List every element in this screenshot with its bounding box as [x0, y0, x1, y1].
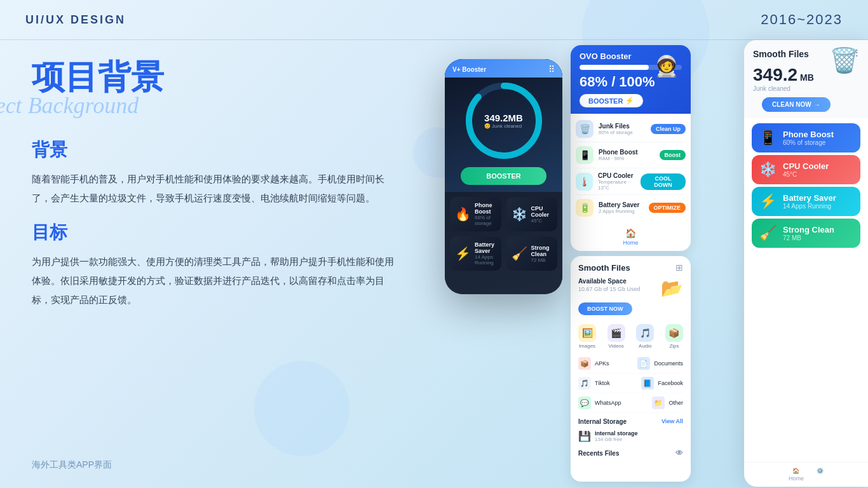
smooth-header: Smooth Files ⊞	[578, 262, 683, 273]
file-type-audio: 🎵 Audio	[636, 324, 654, 349]
astronaut-decoration: 🧑‍🚀	[654, 54, 679, 78]
title-chinese: 项目背景	[32, 59, 164, 95]
fr-item-sub-phoneboost: 60% of storage	[783, 139, 834, 146]
fr-item-strongclean: 🧹 Strong Clean 72 MB	[752, 219, 860, 248]
fr-item-cpucooler: ❄️ CPU Cooler 45°C	[752, 155, 860, 184]
booster-label: BOOSTER	[588, 97, 623, 105]
fr-home-label: Home	[789, 475, 804, 482]
optimize-button[interactable]: OPTIMIZE	[649, 203, 686, 213]
ovo-item-sub-phone: RAM · 96%	[599, 156, 638, 161]
far-right-card: Smooth Files ⠿ 349.2 MB 🗑️ Junk cleaned …	[744, 40, 868, 487]
clean-now-label: CLEAN NOW	[772, 101, 811, 108]
storage-sub: 134 GB free	[595, 437, 638, 442]
fr-header-area: Smooth Files ⠿ 349.2 MB 🗑️ Junk cleaned …	[744, 40, 868, 118]
donut-inner: 349.2MB 😊 Junk cleaned	[484, 112, 523, 129]
trash-decoration: 🗑️	[829, 46, 859, 74]
fr-junk-label: Junk cleaned	[753, 85, 859, 92]
left-panel: 项目背景 Project Background 背景 随着智能手机的普及，用户对…	[0, 40, 445, 487]
folder-decoration: 📂	[661, 278, 683, 299]
fr-nav-settings[interactable]: ⚙️	[817, 468, 824, 482]
ovo-item-name-phone: Phone Boost	[599, 149, 638, 156]
arrow-icon: →	[814, 101, 820, 108]
fr-item-icon-battery: ⚡	[759, 193, 776, 210]
smooth-available-label: Available Space	[578, 278, 641, 285]
recents-eye-icon: 👁	[675, 449, 683, 458]
phone-grid-sub-cpucooler: 45°C	[531, 218, 553, 224]
phone-main: V+ Booster ⠿ 349.2MB 😊	[445, 59, 562, 294]
app-row-whatsapp: 💬 WhatsApp 📁 Other	[578, 393, 683, 413]
phone-grid-sub-battery: 14 Apps Running	[475, 254, 496, 266]
internal-storage-label: Internal Storage	[578, 418, 627, 425]
fr-title: Smooth Files	[753, 49, 809, 59]
ovo-item-name-battery: Battery Saver	[599, 201, 639, 208]
view-all-link[interactable]: View All	[661, 418, 683, 425]
internal-storage-section: Internal Storage View All	[578, 418, 683, 425]
fr-item-phoneboost: 📱 Phone Boost 60% of storage	[752, 123, 860, 152]
title-english: Project Background	[0, 92, 413, 119]
fr-item-icon-strongclean: 🧹	[759, 225, 776, 241]
boost-now-button[interactable]: BOOST NOW	[578, 302, 632, 315]
other-icon: 📁	[652, 396, 665, 409]
fr-item-sub-battery: 14 Apps Running	[783, 203, 836, 210]
middle-column: OVO Booster 68% / 100% BOOSTER ⚡ 🧑‍🚀	[566, 40, 696, 487]
phone-grid-name-cpucooler: CPU Cooler	[531, 205, 553, 218]
apks-label: APKs	[595, 360, 609, 367]
project-title-block: 项目背景 Project Background	[32, 59, 413, 119]
cleanup-button[interactable]: Clean Up	[651, 124, 686, 134]
other-label: Other	[668, 400, 683, 406]
app-row-tiktok: 🎵 Tiktok 📘 Facebook	[578, 374, 683, 393]
file-type-zips: 📦 Zips	[665, 324, 683, 349]
header-right-label: 2016~2023	[761, 11, 843, 28]
ovo-booster-button[interactable]: BOOSTER ⚡	[580, 94, 643, 107]
smooth-menu-icon: ⊞	[675, 262, 683, 273]
ovo-header-inner: OVO Booster 68% / 100% BOOSTER ⚡ 🧑‍🚀	[580, 51, 682, 107]
phone-grid-name-phoneboost: Phone Boost	[475, 202, 496, 215]
whatsapp-label: WhatsApp	[595, 400, 621, 406]
phone-top-bar: V+ Booster ⠿	[445, 59, 562, 78]
ovo-item-sub-junk: 60% of storage	[599, 130, 633, 135]
section1-text: 随着智能手机的普及，用户对手机性能和使用体验的要求越来越高。手机使用时间长了，会…	[32, 170, 400, 208]
boost-button[interactable]: Boost	[660, 150, 686, 160]
ovo-item-battery: 🔋 Battery Saver 2 Apps Running OPTIMIZE	[576, 195, 686, 220]
ovo-item-icon-cpu: 🌡️	[576, 173, 593, 191]
phone-circle-area: 349.2MB 😊 Junk cleaned BOOSTER	[445, 78, 562, 192]
documents-icon: 📄	[637, 357, 650, 370]
clean-now-button[interactable]: CLEAN NOW →	[762, 97, 831, 112]
phone-app-name: V+ Booster	[452, 66, 486, 73]
smooth-used-label: 10.67 Gb of 15 Gb Used	[578, 286, 641, 292]
ovo-item-junkfiles: 🗑️ Junk Files 60% of storage Clean Up	[576, 116, 686, 142]
ovo-item-icon-phone: 📱	[576, 146, 593, 164]
phone-grid-icon-cpucooler: ❄️	[512, 207, 527, 222]
ovo-item-phoneboost: 📱 Phone Boost RAM · 96% Boost	[576, 142, 686, 168]
recents-section: Recents Files 👁	[578, 449, 683, 458]
smooth-title: Smooth Files	[578, 263, 630, 273]
section2-text: 为用户提供一款功能强大、使用方便的清理类工具产品，帮助用户提升手机性能和使用体验…	[32, 252, 400, 309]
ovo-item-sub-cpu: Temperature · 13°C	[598, 179, 641, 191]
section2-title: 目标	[32, 220, 413, 245]
phone-grid-icon-battery: ⚡	[455, 246, 471, 261]
cooldown-button[interactable]: COOL DOWN	[641, 173, 686, 190]
zips-icon: 📦	[665, 324, 683, 342]
file-types-row: 🖼️ Images 🎬 Videos 🎵 Audio 📦 Zips	[578, 324, 683, 349]
ovo-booster-card: OVO Booster 68% / 100% BOOSTER ⚡ 🧑‍🚀	[571, 45, 691, 251]
fr-items-area: 📱 Phone Boost 60% of storage ❄️ CPU Cool…	[744, 118, 868, 462]
ovo-item-cpucooler: 🌡️ CPU Cooler Temperature · 13°C COOL DO…	[576, 168, 686, 195]
app-row-apks: 📦 APKs 📄 Documents	[578, 354, 683, 374]
fr-item-sub-cpucooler: 45°C	[783, 171, 829, 178]
phone-grid-item-battery: ⚡ Battery Saver 14 Apps Running	[450, 236, 501, 271]
fr-size-value: 349.2	[753, 65, 797, 85]
phone-grid-name-battery: Battery Saver	[475, 241, 496, 254]
documents-label: Documents	[654, 360, 683, 367]
fr-item-title-battery: Battery Saver	[783, 193, 836, 203]
fr-size-row: 349.2 MB 🗑️	[753, 65, 859, 85]
smooth-files-card: Smooth Files ⊞ Available Space 10.67 Gb …	[571, 256, 691, 482]
storage-item: 💾 Internal storage 134 GB free	[578, 428, 683, 445]
phone-grid-item-phoneboost: 🔥 Phone Boost 68% of storage	[450, 197, 501, 231]
ovo-items-list: 🗑️ Junk Files 60% of storage Clean Up 📱	[571, 114, 691, 223]
phone-grid: 🔥 Phone Boost 68% of storage ❄️ CPU Cool…	[445, 192, 562, 276]
ovo-item-icon-junk: 🗑️	[576, 120, 593, 138]
header: UI/UX DESIGN 2016~2023	[0, 0, 868, 40]
phone-booster-button[interactable]: BOOSTER	[461, 167, 546, 185]
fr-nav-home[interactable]: 🏠 Home	[789, 468, 804, 482]
ovo-nav-home[interactable]: 🏠 Home	[623, 228, 638, 246]
